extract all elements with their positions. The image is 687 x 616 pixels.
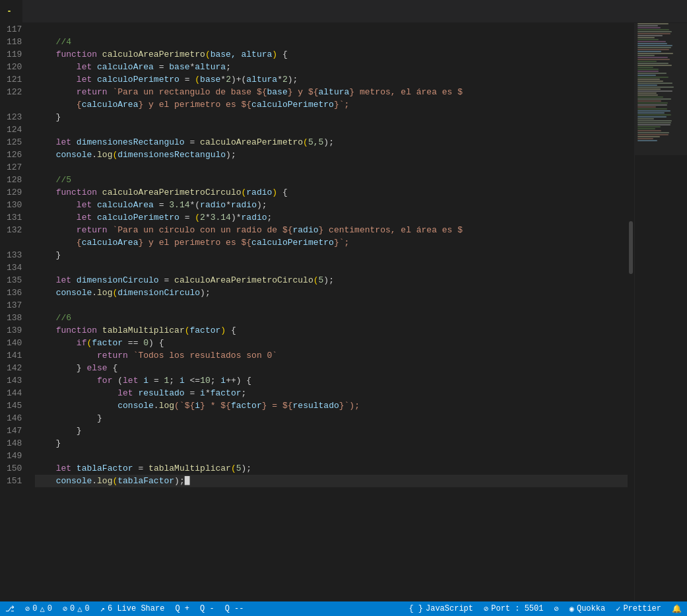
code-line: } <box>35 111 628 123</box>
js-icon <box>8 11 11 12</box>
no-wifi-icon: ⊘ <box>554 604 558 614</box>
line-number: 128 <box>7 174 22 186</box>
code-line: //5 <box>35 174 628 186</box>
status-q-plus[interactable]: Q + <box>170 604 195 613</box>
line-number: 150 <box>7 462 22 475</box>
code-line <box>35 123 628 136</box>
status-live-share[interactable]: ↗ 6 Live Share <box>95 604 170 614</box>
status-q-dash[interactable]: Q -- <box>220 604 249 613</box>
line-number: 147 <box>7 425 22 437</box>
line-number: 149 <box>7 450 22 462</box>
line-number: 122 <box>7 86 22 98</box>
editor-container: 117118119120121122 123124125126127128129… <box>0 23 687 601</box>
language-icon: { } <box>409 604 423 613</box>
line-number: 148 <box>7 437 22 450</box>
line-number: 126 <box>7 149 22 161</box>
minimap-content <box>635 23 687 601</box>
code-line: for (let i = 1; i <=10; i++) { <box>35 374 628 387</box>
warning2-count: 0 <box>85 604 90 613</box>
live-share-icon: ↗ <box>100 604 105 614</box>
status-prettier[interactable]: ✓ Prettier <box>610 604 667 614</box>
status-right: { } JavaScript ⊘ Port : 5501 ⊘ ◉ Quokka … <box>403 604 687 614</box>
line-number: 134 <box>7 261 22 274</box>
warning-icon: △ <box>40 604 44 614</box>
code-line: {calculoArea} y el perimetro es ${calcul… <box>35 236 628 249</box>
status-errors2[interactable]: ⊘ 0 △ 0 <box>57 604 95 614</box>
line-number: 131 <box>7 211 22 224</box>
q-plus-label: Q + <box>175 604 189 613</box>
code-area[interactable]: 117118119120121122 123124125126127128129… <box>0 23 634 601</box>
line-number: 137 <box>7 299 22 312</box>
code-line: } <box>35 437 628 450</box>
line-number <box>7 98 22 111</box>
scrollbar-thumb[interactable] <box>629 221 633 274</box>
code-line: return `Todos los resultados son 0` <box>35 349 628 362</box>
code-line: let dimensionesRectangulo = calculoAreaP… <box>35 136 628 149</box>
code-line <box>35 161 628 174</box>
scrollbar[interactable] <box>628 23 634 601</box>
line-number: 144 <box>7 387 22 399</box>
error-count: 0 <box>32 604 37 613</box>
code-line: console.log(dimensionesRectangulo); <box>35 149 628 161</box>
line-numbers: 117118119120121122 123124125126127128129… <box>0 23 32 601</box>
code-line: } <box>35 412 628 425</box>
code-line: let calculoArea = base*altura; <box>35 61 628 73</box>
status-port[interactable]: ⊘ Port : 5501 <box>478 604 548 614</box>
line-number: 151 <box>7 475 22 487</box>
tab-app-js[interactable] <box>0 0 23 22</box>
code-line <box>35 450 628 462</box>
code-line: return `Para un circulo con un radio de … <box>35 224 628 236</box>
line-number: 140 <box>7 337 22 349</box>
code-line: function calculoAreaPerimetroCirculo(rad… <box>35 186 628 199</box>
code-line: console.log(`${i} * ${factor} = ${result… <box>35 399 628 412</box>
status-notifications[interactable]: 🔔 <box>667 604 687 614</box>
q-dash-label: Q -- <box>225 604 244 613</box>
line-number: 143 <box>7 374 22 387</box>
code-line: {calculoArea} y el perimetro es ${calcul… <box>35 98 628 111</box>
error-icon: ⊘ <box>25 604 30 614</box>
code-line: console.log(dimensionCirculo); <box>35 287 628 299</box>
code-line: } <box>35 425 628 437</box>
prettier-label: Prettier <box>623 604 661 613</box>
line-number: 121 <box>7 73 22 86</box>
code-line <box>35 299 628 312</box>
status-left: ⎇ ⊘ 0 △ 0 ⊘ 0 △ 0 ↗ 6 Live Share Q + Q -… <box>0 604 249 614</box>
status-errors[interactable]: ⊘ 0 △ 0 <box>20 604 57 614</box>
code-line <box>35 261 628 274</box>
line-number: 119 <box>7 48 22 61</box>
line-number: 117 <box>7 23 22 36</box>
line-number: 146 <box>7 412 22 425</box>
status-branch[interactable]: ⎇ <box>0 604 20 614</box>
error2-icon: ⊘ <box>63 604 67 614</box>
code-line: let tablaFactor = tablaMultiplicar(5); <box>35 462 628 475</box>
code-line: let calculoPerimetro = (2*3.14)*radio; <box>35 211 628 224</box>
code-line: let dimensionCirculo = calculoAreaPerime… <box>35 274 628 287</box>
status-q-minus[interactable]: Q - <box>195 604 220 613</box>
line-number: 138 <box>7 312 22 324</box>
line-number: 145 <box>7 399 22 412</box>
status-no-wifi[interactable]: ⊘ <box>548 604 564 614</box>
code-line: return `Para un rectangulo de base ${bas… <box>35 86 628 98</box>
status-language[interactable]: { } JavaScript <box>403 604 478 613</box>
line-number: 141 <box>7 349 22 362</box>
code-content[interactable]: //4 function calculoAreaPerimetro(base, … <box>32 23 628 601</box>
warning-count: 0 <box>48 604 52 613</box>
q-minus-label: Q - <box>200 604 214 613</box>
line-number: 120 <box>7 61 22 73</box>
code-line: console.log(tablaFactor);█ <box>35 475 628 487</box>
code-line: function tablaMultiplicar(factor) { <box>35 324 628 337</box>
line-number: 135 <box>7 274 22 287</box>
code-line: } <box>35 249 628 261</box>
code-line: //4 <box>35 36 628 48</box>
line-number: 127 <box>7 161 22 174</box>
line-number: 142 <box>7 362 22 374</box>
status-quokka[interactable]: ◉ Quokka <box>564 604 610 614</box>
code-line: let calculoPerimetro = (base*2)+(altura*… <box>35 73 628 86</box>
line-number: 136 <box>7 287 22 299</box>
live-share-label: 6 Live Share <box>108 604 164 613</box>
branch-icon: ⎇ <box>5 604 15 614</box>
status-bar: ⎇ ⊘ 0 △ 0 ⊘ 0 △ 0 ↗ 6 Live Share Q + Q -… <box>0 601 687 616</box>
line-number: 123 <box>7 111 22 123</box>
line-number: 118 <box>7 36 22 48</box>
code-line: } else { <box>35 362 628 374</box>
